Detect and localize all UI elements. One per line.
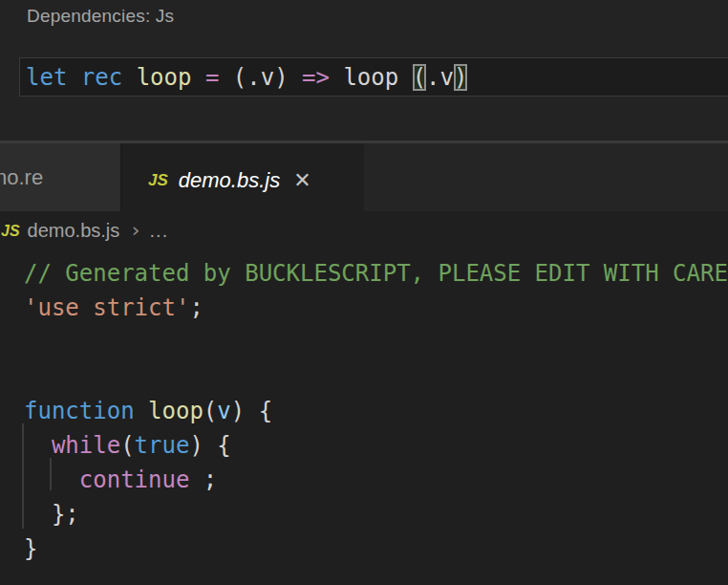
code-line: while(true) { xyxy=(24,428,728,463)
indent-guide xyxy=(22,423,24,529)
code-token: ) { xyxy=(189,432,230,459)
code-token xyxy=(122,64,136,91)
code-line: } xyxy=(24,531,728,566)
breadcrumb: JS demo.bs.js › ... xyxy=(0,211,728,250)
dependencies-label: Dependencies: Js xyxy=(27,6,174,27)
tab-demo-re[interactable]: no.re xyxy=(0,143,122,211)
code-token: } xyxy=(24,535,37,562)
code-token xyxy=(135,398,148,424)
code-token: while xyxy=(52,432,120,459)
tab-label: demo.bs.js xyxy=(179,168,280,193)
code-token xyxy=(24,432,52,459)
close-icon[interactable]: ✕ xyxy=(293,170,310,191)
code-token: => xyxy=(302,64,330,91)
code-token: = xyxy=(205,64,219,91)
tab-demo-bs-js[interactable]: JS demo.bs.js ✕ xyxy=(122,143,364,211)
code-token: 'use strict' xyxy=(24,294,189,321)
code-token: // Generated by BUCKLESCRIPT, PLEASE EDI… xyxy=(24,260,728,287)
code-token: .v xyxy=(426,64,454,91)
chevron-right-icon: › xyxy=(129,218,141,242)
code-token: }; xyxy=(24,501,79,528)
code-token: loop xyxy=(330,64,413,91)
code-token: v xyxy=(217,398,230,424)
vscode-window: Dependencies: Js let rec loop = (.v) => … xyxy=(0,0,728,585)
js-file-icon: JS xyxy=(1,223,20,240)
code-token xyxy=(67,64,80,91)
code-token: ( xyxy=(203,398,217,424)
code-token: ; xyxy=(189,294,203,321)
js-file-icon: JS xyxy=(148,171,168,190)
code-token: ( xyxy=(120,432,134,459)
code-lines: // Generated by BUCKLESCRIPT, PLEASE EDI… xyxy=(24,256,728,566)
code-token: loop xyxy=(137,64,192,91)
bracket-match-token: ) xyxy=(454,64,467,91)
code-line: 'use strict'; xyxy=(24,291,728,325)
current-line-highlight[interactable]: let rec loop = (.v) => loop (.v) xyxy=(19,57,728,97)
code-token: ; xyxy=(189,466,217,493)
code-line xyxy=(24,325,728,359)
code-token: ) { xyxy=(231,398,272,424)
breadcrumb-symbol-more[interactable]: ... xyxy=(150,220,169,242)
editor-pane[interactable]: // Generated by BUCKLESCRIPT, PLEASE EDI… xyxy=(0,250,728,585)
reason-code-line: let rec loop = (.v) => loop (.v) xyxy=(20,64,467,91)
code-line: continue ; xyxy=(24,463,728,497)
code-token: let xyxy=(26,64,67,91)
code-line xyxy=(24,359,728,394)
bracket-match-token: ( xyxy=(413,64,426,91)
code-line: function loop(v) { xyxy=(24,394,728,428)
code-token: (.v) xyxy=(219,64,302,91)
code-token: continue xyxy=(79,466,190,493)
code-line: // Generated by BUCKLESCRIPT, PLEASE EDI… xyxy=(24,256,728,291)
code-token: loop xyxy=(148,398,203,424)
code-token xyxy=(191,64,204,91)
tab-label: no.re xyxy=(0,165,43,190)
code-line: }; xyxy=(24,497,728,531)
code-token: rec xyxy=(81,64,122,91)
indent-guide xyxy=(50,458,52,490)
code-token: true xyxy=(135,432,190,459)
breadcrumb-file[interactable]: demo.bs.js xyxy=(28,220,120,242)
playground-pane[interactable]: Dependencies: Js let rec loop = (.v) => … xyxy=(0,0,728,141)
tab-strip: no.re JS demo.bs.js ✕ xyxy=(0,143,728,211)
code-token: function xyxy=(24,398,135,424)
